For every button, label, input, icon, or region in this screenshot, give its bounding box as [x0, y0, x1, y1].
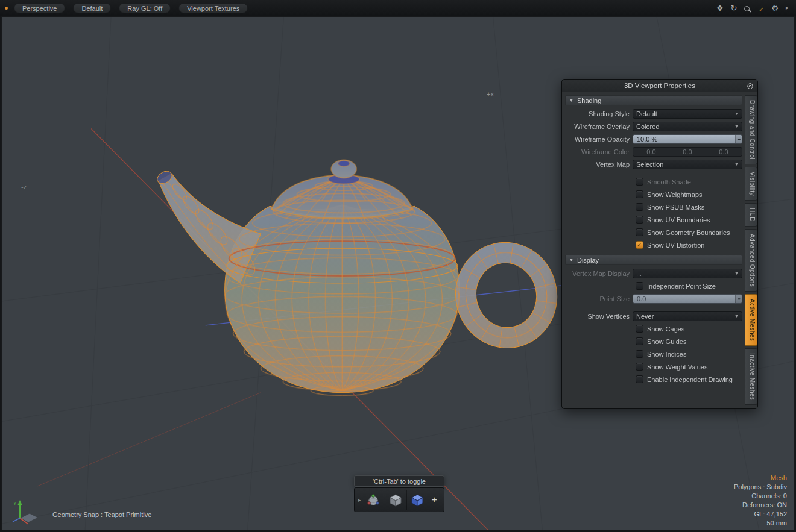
- show-uv-distortion-row: Show UV Distortion: [565, 239, 742, 251]
- collapse-triangle-icon: ▼: [569, 98, 573, 102]
- show-weightmaps-label: Show Weightmaps: [647, 191, 703, 198]
- show-weight-values-checkbox[interactable]: [636, 363, 643, 371]
- point-size-row: Point Size 0.0 ◂▸: [565, 292, 742, 305]
- enable-independent-drawing-row: Enable Independent Drawing: [565, 373, 742, 386]
- x-axis-line-far: [37, 393, 261, 487]
- tab-inactive-meshes[interactable]: Inactive Meshes: [745, 348, 757, 405]
- show-guides-checkbox[interactable]: [636, 337, 643, 345]
- collapse-triangle-icon: ▼: [569, 258, 573, 262]
- show-cages-checkbox[interactable]: [636, 325, 643, 333]
- expand-arrow-icon[interactable]: ▸: [786, 5, 789, 11]
- viewport-properties-panel: 3D Viewport Properties ◎ ▼ Shading Shadi…: [561, 79, 758, 409]
- show-geometry-boundaries-label: Show Geometry Boundaries: [647, 229, 730, 236]
- viewport-status-block: Mesh Polygons : Subdiv Channels: 0 Defor…: [734, 474, 787, 528]
- vertex-map-display-row: Vertex Map Display ... ▼: [565, 267, 742, 280]
- ray-gl-button[interactable]: Ray GL: Off: [119, 3, 171, 13]
- show-vertices-label: Show Vertices: [565, 313, 633, 320]
- wireframe-overlay-label: Wireframe Overlay: [565, 123, 633, 130]
- z-axis-arrow-icon: [13, 518, 20, 522]
- vertex-sphere-icon[interactable]: [364, 490, 384, 510]
- zoom-icon[interactable]: [744, 4, 750, 12]
- perspective-button[interactable]: Perspective: [14, 3, 65, 13]
- rotate-icon[interactable]: ↻: [730, 4, 737, 12]
- teapot-handle: [444, 231, 568, 358]
- tooltip-text: 'Ctrl-Tab' to toggle: [373, 478, 426, 485]
- y-axis-arrow-icon: [18, 500, 22, 505]
- cube-gray-icon[interactable]: [385, 490, 405, 510]
- show-uv-boundaries-checkbox[interactable]: [636, 216, 643, 224]
- gizmo-y-label: Y: [13, 501, 17, 506]
- show-geometry-boundaries-checkbox[interactable]: [636, 228, 643, 236]
- vertex-map-label: Vertex Map: [565, 161, 633, 168]
- cube-blue-icon[interactable]: [406, 490, 427, 510]
- tab-visibility[interactable]: Visibility: [745, 167, 757, 201]
- shading-style-dropdown[interactable]: Default ▼: [633, 109, 742, 119]
- section-display-header[interactable]: ▼ Display: [565, 255, 742, 265]
- geometry-snap-status: Geometry Snap : Teapot Primitive: [52, 511, 151, 518]
- add-mode-button[interactable]: +: [428, 495, 440, 505]
- axis-label-x: +x: [487, 90, 494, 98]
- independent-point-size-row: Independent Point Size: [565, 280, 742, 292]
- section-display-label: Display: [577, 257, 599, 264]
- show-uv-distortion-checkbox[interactable]: [636, 241, 643, 249]
- gear-icon[interactable]: ⚙: [771, 4, 779, 12]
- wireframe-opacity-row: Wireframe Opacity 10.0 % ◂▸: [565, 133, 742, 145]
- smooth-shade-row: Smooth Shade: [565, 175, 742, 188]
- panel-title-bar[interactable]: 3D Viewport Properties ◎: [562, 80, 757, 92]
- axis-label-z: -z: [21, 183, 27, 190]
- wireframe-color-r: 0.0: [633, 148, 669, 155]
- vertex-map-display-dropdown[interactable]: ... ▼: [633, 269, 742, 278]
- wireframe-color-field[interactable]: 0.0 0.0 0.0: [633, 147, 742, 157]
- point-size-value: 0.0: [633, 295, 735, 303]
- viewport-toolbar: Perspective Default Ray GL: Off Viewport…: [0, 0, 796, 16]
- show-psub-masks-row: Show PSUB Masks: [565, 201, 742, 213]
- show-vertices-dropdown[interactable]: Never ▼: [633, 311, 742, 321]
- wireframe-overlay-row: Wireframe Overlay Colored ▼: [565, 120, 742, 133]
- wireframe-overlay-dropdown[interactable]: Colored ▼: [633, 122, 742, 131]
- tab-drawing-and-control[interactable]: Drawing and Control: [745, 95, 757, 164]
- shading-default-button[interactable]: Default: [73, 3, 111, 13]
- wireframe-opacity-value: 10.0 %: [633, 135, 735, 143]
- panel-title: 3D Viewport Properties: [624, 82, 695, 89]
- vertex-map-value: Selection: [636, 161, 732, 168]
- maximize-icon[interactable]: [757, 4, 764, 12]
- tab-active-meshes[interactable]: Active Meshes: [745, 294, 757, 346]
- show-weightmaps-row: Show Weightmaps: [565, 188, 742, 201]
- caret-right-icon: ▸: [358, 497, 361, 503]
- section-shading-label: Shading: [577, 97, 601, 104]
- wireframe-overlay-value: Colored: [636, 123, 732, 130]
- wireframe-color-b: 0.0: [706, 148, 742, 155]
- vertex-map-display-value: ...: [636, 270, 732, 277]
- magnifier-glass-icon: [744, 6, 750, 11]
- status-channels: Channels: 0: [734, 492, 787, 501]
- point-size-field[interactable]: 0.0 ◂▸: [633, 294, 742, 304]
- show-uv-distortion-label: Show UV Distortion: [647, 242, 704, 249]
- show-weightmaps-checkbox[interactable]: [636, 190, 643, 198]
- shading-style-label: Shading Style: [565, 110, 633, 117]
- enable-independent-drawing-label: Enable Independent Drawing: [647, 376, 733, 383]
- pan-icon[interactable]: ✥: [717, 4, 724, 12]
- shading-style-value: Default: [636, 110, 732, 117]
- show-psub-masks-checkbox[interactable]: [636, 203, 643, 211]
- panel-pin-icon[interactable]: ◎: [747, 80, 753, 92]
- tab-hud[interactable]: HUD: [745, 203, 757, 227]
- viewport-textures-button[interactable]: Viewport Textures: [178, 3, 248, 13]
- section-shading-header[interactable]: ▼ Shading: [565, 95, 742, 105]
- show-indices-checkbox[interactable]: [636, 350, 643, 358]
- mini-slider-icon[interactable]: ◂▸: [735, 295, 742, 303]
- tab-advanced-options[interactable]: Advanced Options: [745, 229, 757, 292]
- show-uv-boundaries-label: Show UV Boundaries: [647, 216, 710, 224]
- smooth-shade-checkbox[interactable]: [636, 178, 643, 186]
- axis-gizmo: Y: [11, 498, 39, 530]
- independent-point-size-checkbox[interactable]: [636, 282, 643, 290]
- chevron-down-icon: ▼: [734, 162, 739, 166]
- vertex-map-row: Vertex Map Selection ▼: [565, 158, 742, 171]
- ctrl-tab-tooltip: 'Ctrl-Tab' to toggle: [354, 475, 444, 487]
- wireframe-opacity-field[interactable]: 10.0 % ◂▸: [633, 134, 742, 144]
- show-geometry-boundaries-row: Show Geometry Boundaries: [565, 226, 742, 239]
- vertex-map-dropdown[interactable]: Selection ▼: [633, 160, 742, 169]
- wireframe-opacity-label: Wireframe Opacity: [565, 136, 633, 143]
- enable-independent-drawing-checkbox[interactable]: [636, 375, 643, 383]
- mini-slider-icon[interactable]: ◂▸: [735, 135, 742, 143]
- viewport-3d[interactable]: +x -z 3D Viewport Properties ◎ ▼ Shading…: [1, 16, 795, 530]
